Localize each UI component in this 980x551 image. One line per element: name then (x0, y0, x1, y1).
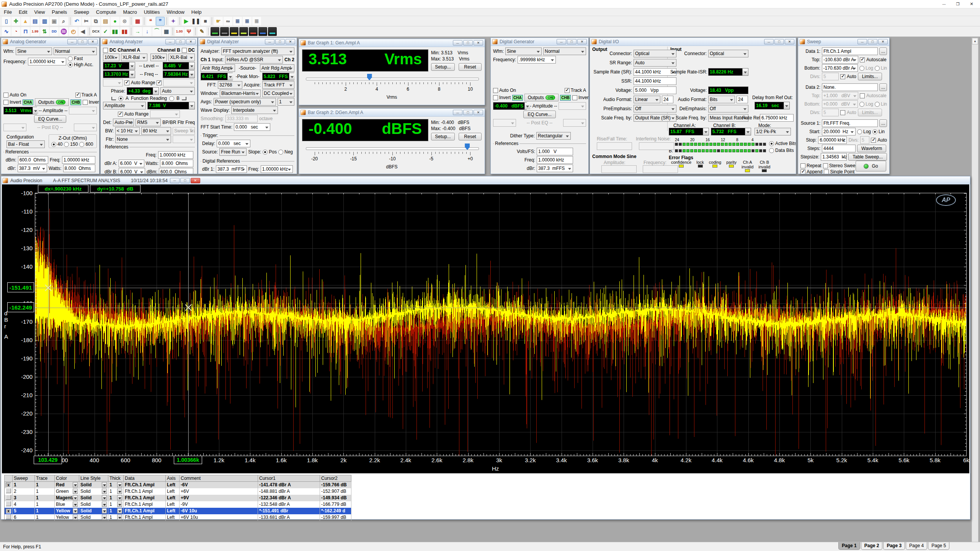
waveform-select[interactable]: Sine (505, 47, 542, 55)
watts-reference-field[interactable]: 8.000 Ohms (160, 160, 193, 167)
source-log-radio[interactable] (857, 129, 862, 134)
maximize-icon[interactable] (774, 39, 784, 44)
filter-select[interactable]: None (115, 135, 171, 143)
dc-b-checkbox[interactable] (182, 48, 187, 53)
dbr1-select[interactable]: 387.3 mFFS (216, 165, 247, 173)
output-audio-format-select[interactable]: Linear (634, 96, 660, 103)
comment-blue-icon[interactable]: ❞ (156, 17, 165, 26)
cursor2-y-readout[interactable]: -162.249 (7, 302, 34, 312)
freq-b-meter[interactable]: 7.58384 Hz (163, 70, 195, 78)
start-input[interactable]: 20.0000 Hz (822, 128, 856, 135)
maximize-icon[interactable] (567, 39, 577, 44)
print-preview-icon[interactable]: ⌕ (59, 17, 68, 26)
freq-reference-field[interactable]: 1.00000 kHz (158, 151, 193, 159)
dropdown-icon[interactable] (117, 515, 122, 520)
save-test-icon[interactable]: ▤ (31, 17, 39, 26)
separator-icon[interactable] (180, 17, 180, 25)
stop-icon[interactable]: ■ (201, 17, 210, 26)
comment-red-icon[interactable]: ❝ (146, 17, 155, 26)
panel-titlebar[interactable]: Analog Analyzer (101, 38, 197, 46)
dbm-reference-field[interactable]: 600.0 Ohms (159, 168, 193, 174)
dcx-panel-icon[interactable]: DCX (91, 27, 100, 36)
peak-mon-b-meter[interactable]: 5.823 FFS (262, 73, 294, 80)
separator-icon[interactable] (208, 28, 209, 35)
color-cell[interactable]: Magenta (55, 495, 79, 501)
dither-type-select[interactable]: Rectangular (536, 132, 571, 140)
bargraph-green-icon[interactable]: ▮▮ (111, 27, 119, 36)
data1-limits-button[interactable]: Limits... (858, 73, 882, 80)
panel-titlebar[interactable]: Sweep (798, 38, 889, 46)
separator-icon[interactable] (144, 17, 144, 25)
minimize-icon[interactable] (764, 39, 774, 44)
dropdown-icon[interactable] (73, 489, 78, 494)
ok-icon[interactable]: ● (111, 17, 119, 26)
cursor1-y-readout[interactable]: -151.491 (7, 282, 34, 292)
close-icon[interactable] (186, 39, 196, 44)
watts-reference-field[interactable]: 8.000 Ohms (63, 165, 95, 172)
copy-icon[interactable]: ⧉ (91, 17, 100, 26)
volts-fs-field[interactable]: 1.000 V (537, 148, 573, 155)
table-row[interactable]: x 1 1 Red Solid 1 Fft.Ch.1 Ampl Left -6V… (5, 482, 351, 488)
dbr-reference-select[interactable]: 387.3 mV (18, 165, 47, 172)
fft-window-select[interactable]: Blackman-Harris (220, 90, 261, 97)
row-select-button[interactable]: x (6, 509, 11, 514)
menu-item[interactable]: File (4, 9, 12, 15)
maximize-icon[interactable] (78, 39, 87, 44)
input-select[interactable]: HiRes A/D @SSR (225, 56, 283, 64)
input-bits-field[interactable]: 24 (737, 96, 748, 103)
function-reading-meter[interactable]: 7.186 V (147, 102, 195, 109)
panel-titlebar[interactable]: Digital I/O (590, 38, 796, 46)
menu-item[interactable]: Macro (123, 9, 137, 15)
phase-mode-select[interactable]: Auto (160, 87, 195, 95)
spectrum-canvas[interactable] (35, 193, 966, 456)
generator-frequency-input[interactable]: .999998 kHz (518, 56, 556, 64)
outputs-on-button[interactable]: OutputsON (35, 98, 69, 106)
menu-item[interactable]: Panels (52, 9, 67, 15)
dropdown-icon[interactable] (117, 489, 122, 494)
input-b-select[interactable]: XLR-Bal (168, 54, 195, 61)
delay-from-ref-meter[interactable]: 16.19 sec (755, 102, 790, 109)
active-bits-radio[interactable] (769, 141, 774, 146)
close-icon[interactable] (191, 178, 200, 183)
source1-browse-button[interactable]: ... (879, 119, 887, 127)
dropdown-icon[interactable] (117, 502, 122, 507)
paste-icon[interactable]: ▤ (101, 17, 110, 26)
page-thumb-7-icon[interactable] (268, 27, 277, 36)
panel-titlebar[interactable]: Digital Analyzer (198, 38, 297, 46)
fft-start-time-input[interactable]: 0.000 sec (234, 123, 270, 131)
workspace-scrollbar[interactable] (972, 37, 978, 542)
color-cell[interactable]: Yellow (55, 514, 79, 521)
dropdown-icon[interactable] (102, 489, 107, 494)
freq-a-meter[interactable]: 13.3703 Hz (103, 70, 135, 78)
averages-select[interactable]: Power (spectrum only) (214, 98, 276, 106)
zout-40-radio[interactable] (51, 142, 56, 147)
sweep-start-icon[interactable]: → (133, 27, 142, 36)
source-a-select[interactable]: Anlr Rdg Ampl (201, 64, 235, 72)
dropdown-icon[interactable] (102, 495, 107, 500)
cut-icon[interactable]: ✂ (82, 17, 91, 26)
bw-low-select[interactable]: < 10 Hz (115, 127, 140, 135)
switcher-icon[interactable]: ✓ (101, 27, 110, 36)
swr-icon[interactable]: ♒ (59, 27, 68, 36)
page-thumb-5-icon[interactable] (249, 27, 258, 36)
minimize-icon[interactable] (557, 39, 566, 44)
invert-a-checkbox[interactable] (3, 100, 8, 105)
close-icon[interactable] (474, 40, 483, 46)
dropdown-icon[interactable] (73, 508, 78, 514)
table-row[interactable]: x 5 1 Yellow Solid 1 Fft.Ch.1 Ampl Left … (5, 508, 351, 514)
minimize-icon[interactable] (858, 39, 867, 44)
page-thumb-3-icon[interactable] (230, 27, 238, 36)
separator-icon[interactable] (70, 17, 70, 25)
analog-generator-icon[interactable]: ∿ (2, 27, 11, 36)
detector-select[interactable]: Auto-Pre (113, 119, 134, 126)
peak-mon-a-meter[interactable]: 6.421 FFS (201, 73, 233, 80)
color-cell[interactable]: Green (55, 488, 79, 495)
go-button[interactable]: Go (856, 161, 886, 171)
dbra-reference-select[interactable]: 6.000 V (119, 160, 144, 167)
cancel-icon[interactable]: ⊗ (120, 17, 129, 26)
panel-titlebar[interactable]: Digital Generator (491, 38, 588, 46)
data2-autoscale-checkbox[interactable] (860, 93, 865, 98)
amplitude-a-input[interactable]: -0.400 dBFS (493, 102, 527, 110)
minimize-icon[interactable] (265, 39, 274, 44)
input-a-select[interactable]: XLR-Bal (121, 54, 147, 61)
